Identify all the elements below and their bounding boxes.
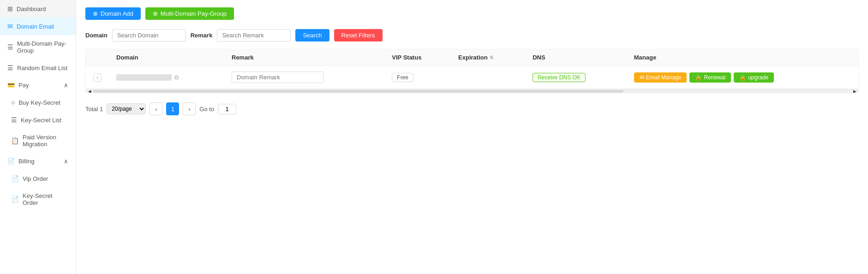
email-manage-button[interactable]: ✉ Email Manage: [634, 72, 687, 83]
sidebar-group-billing[interactable]: 📄 Billing ∧: [0, 153, 76, 170]
domain-filter-label: Domain: [85, 32, 108, 39]
td-expiration: [451, 66, 525, 89]
lock-icon: 🔒: [695, 74, 702, 81]
sidebar-item-label: Vip Order: [23, 175, 48, 182]
td-vip-status: Free: [384, 66, 451, 89]
billing-icon: 📄: [7, 158, 15, 165]
list2-icon: ☰: [11, 116, 17, 124]
clipboard-icon: 📋: [11, 137, 19, 144]
upgrade-icon: 🔒: [739, 74, 746, 81]
email-icon: ✉: [7, 23, 13, 30]
sidebar-group-label: Pay: [18, 82, 29, 89]
td-remark: [224, 66, 384, 89]
th-vip-status: VIP Status: [384, 49, 451, 66]
remark-filter-label: Remark: [191, 32, 213, 39]
main-content: ⊕ Domain Add ⊕ Multi-Domain Pay-Group Do…: [76, 0, 868, 274]
circle-icon: ○: [11, 99, 15, 106]
sort-icon[interactable]: ⇅: [490, 55, 493, 60]
pagination-total-label: Total 1: [85, 106, 103, 113]
reset-filters-button[interactable]: Reset Filters: [334, 29, 383, 42]
domain-table: Domain Remark VIP Status Expiration ⇅: [86, 49, 858, 89]
search-button[interactable]: Search: [295, 29, 329, 42]
manage-actions: ✉ Email Manage 🔒 Renewal 🔒 upgrade: [634, 72, 851, 83]
pagination: Total 1 20/page 10/page 50/page 100/page…: [85, 102, 859, 115]
sidebar-item-label: Key-Secret List: [21, 117, 61, 124]
chevron-up-icon: ∧: [64, 158, 68, 165]
domain-add-button[interactable]: ⊕ Domain Add: [85, 7, 141, 20]
goto-input[interactable]: [218, 104, 236, 114]
sidebar-group-pay[interactable]: 💳 Pay ∧: [0, 77, 76, 94]
sidebar-item-dashboard[interactable]: ⊞ Dashboard: [0, 0, 76, 18]
add-group-icon: ⊕: [153, 10, 158, 17]
sidebar-billing-sub: 📄 Vip Order 📄 Key-Secret Order: [0, 170, 76, 211]
sidebar-item-label: Paid Version Migration: [23, 134, 68, 148]
domain-search-input[interactable]: [112, 29, 186, 42]
dashboard-icon: ⊞: [7, 5, 13, 12]
doc2-icon: 📄: [11, 196, 19, 203]
sidebar-item-label: Multi-Domain Pay-Group: [17, 40, 68, 54]
dns-status-badge: Receive DNS OK: [533, 73, 586, 82]
sidebar-item-label: Key-Secret Order: [23, 192, 68, 206]
th-dns: DNS: [525, 49, 627, 66]
sidebar: ⊞ Dashboard ✉ Domain Email ☰ Multi-Domai…: [0, 0, 76, 274]
top-actions: ⊕ Domain Add ⊕ Multi-Domain Pay-Group: [85, 7, 859, 20]
envelope-icon: ✉: [640, 74, 644, 81]
grid-icon: ☰: [7, 43, 13, 51]
th-domain: Domain: [109, 49, 224, 66]
goto-label: Go to: [199, 106, 214, 113]
scroll-left-arrow[interactable]: ◂: [86, 89, 93, 93]
scroll-track[interactable]: [93, 89, 851, 93]
sidebar-item-label: Domain Email: [17, 23, 54, 30]
th-expand: [86, 49, 109, 66]
td-dns: Receive DNS OK: [525, 66, 627, 89]
prev-page-button[interactable]: ‹: [150, 102, 162, 115]
renewal-button[interactable]: 🔒 Renewal: [689, 72, 731, 83]
sidebar-item-multi-domain[interactable]: ☰ Multi-Domain Pay-Group: [0, 35, 76, 59]
pay-icon: 💳: [7, 82, 15, 89]
horizontal-scrollbar[interactable]: ◂ ▸: [86, 89, 858, 93]
page-1-button[interactable]: 1: [166, 102, 179, 115]
domain-blurred-value: [116, 74, 172, 81]
page-size-select[interactable]: 20/page 10/page 50/page 100/page: [107, 103, 146, 114]
sidebar-item-paid-migration[interactable]: 📋 Paid Version Migration: [0, 129, 76, 153]
sidebar-item-random-email[interactable]: ☰ Random Email List: [0, 59, 76, 77]
th-remark: Remark: [224, 49, 384, 66]
scroll-thumb[interactable]: [93, 90, 623, 93]
remark-input[interactable]: [232, 71, 324, 83]
doc-icon: 📄: [11, 175, 19, 182]
td-domain: ⧉: [109, 66, 224, 89]
multi-domain-pay-group-button[interactable]: ⊕ Multi-Domain Pay-Group: [145, 7, 234, 20]
td-expand: ›: [86, 66, 109, 89]
th-manage: Manage: [627, 49, 858, 66]
next-page-button[interactable]: ›: [183, 102, 196, 115]
sidebar-item-buy-key-secret[interactable]: ○ Buy Key-Secret: [0, 94, 76, 111]
list-icon: ☰: [7, 64, 13, 71]
sidebar-item-label: Dashboard: [17, 6, 46, 12]
filter-row: Domain Remark Search Reset Filters: [85, 29, 859, 42]
upgrade-button[interactable]: 🔒 upgrade: [734, 72, 774, 83]
sidebar-item-domain-email[interactable]: ✉ Domain Email: [0, 18, 76, 35]
sidebar-group-label: Billing: [18, 158, 35, 165]
plus-circle-icon: ⊕: [93, 10, 98, 17]
remark-search-input[interactable]: [217, 29, 291, 42]
copy-icon[interactable]: ⧉: [174, 74, 179, 81]
chevron-up-icon: ∧: [64, 82, 68, 89]
sidebar-item-label: Random Email List: [17, 65, 67, 71]
row-expand-toggle[interactable]: ›: [93, 73, 102, 82]
table-row: › ⧉ Free: [86, 66, 858, 89]
td-manage: ✉ Email Manage 🔒 Renewal 🔒 upgrade: [627, 66, 858, 89]
table-header-row: Domain Remark VIP Status Expiration ⇅: [86, 49, 858, 66]
sidebar-item-key-secret-order[interactable]: 📄 Key-Secret Order: [0, 187, 76, 211]
sidebar-item-key-secret-list[interactable]: ☰ Key-Secret List: [0, 111, 76, 129]
th-expiration: Expiration ⇅: [451, 49, 525, 66]
sidebar-item-label: Buy Key-Secret: [18, 99, 60, 106]
sidebar-item-vip-order[interactable]: 📄 Vip Order: [0, 170, 76, 187]
sidebar-pay-sub: ○ Buy Key-Secret ☰ Key-Secret List 📋 Pai…: [0, 94, 76, 153]
data-table-wrapper: Domain Remark VIP Status Expiration ⇅: [85, 49, 859, 93]
vip-status-badge: Free: [392, 73, 413, 82]
scroll-right-arrow[interactable]: ▸: [851, 89, 858, 93]
